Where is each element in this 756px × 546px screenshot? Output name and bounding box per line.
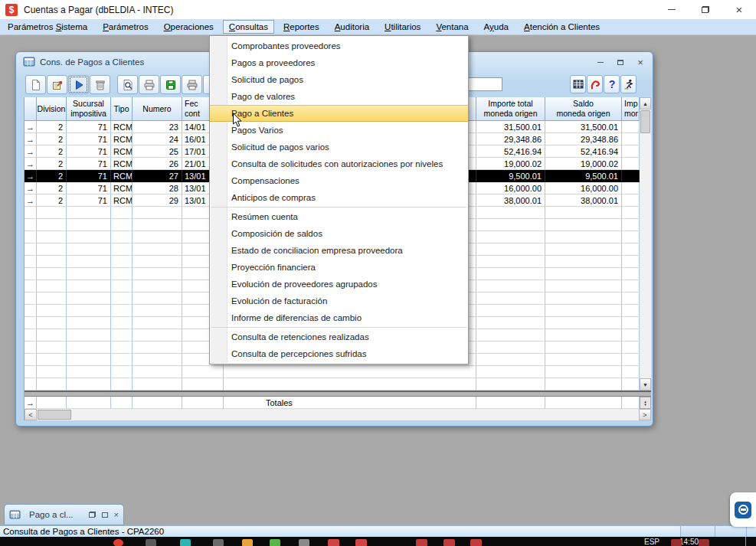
taskbar-icon[interactable] bbox=[328, 539, 339, 546]
cell-imp2 bbox=[622, 244, 640, 256]
dropdown-item-evolucion-de-facturacion[interactable]: Evolución de facturación bbox=[210, 293, 468, 309]
scroll-down-button[interactable]: ▼ bbox=[640, 378, 651, 391]
minimize-button[interactable] bbox=[655, 0, 689, 19]
menu-item-auditoria[interactable]: Auditoria bbox=[329, 20, 375, 34]
menu-item-parametros[interactable]: Parámetros bbox=[97, 20, 154, 34]
cell-sucursal bbox=[67, 293, 111, 305]
restore-button[interactable] bbox=[689, 0, 722, 19]
dropdown-item-comprobantes-proveedores[interactable]: Comprobantes proveedores bbox=[210, 38, 468, 54]
dropdown-item-pagos-a-proveedores[interactable]: Pagos a proveedores bbox=[210, 54, 468, 71]
taskbar-icon[interactable] bbox=[242, 539, 253, 546]
totals-spinner[interactable]: ▴▾ bbox=[640, 397, 651, 409]
print-setup-button[interactable] bbox=[182, 75, 202, 94]
scroll-right-button[interactable]: > bbox=[639, 409, 651, 420]
dropdown-item-consulta-de-retenciones-realizadas[interactable]: Consulta de retenciones realizadas bbox=[210, 329, 468, 345]
dropdown-item-consulta-de-solicitudes-con-autorizaciones-por-niveles[interactable]: Consulta de solicitudes con autorizacion… bbox=[210, 155, 468, 172]
context-help-button[interactable] bbox=[587, 75, 603, 93]
cell-saldo bbox=[545, 342, 622, 354]
dropdown-item-resumen-cuenta[interactable]: Resúmen cuenta bbox=[210, 208, 468, 225]
dropdown-item-solicitud-de-pagos[interactable]: Solicitud de pagos bbox=[210, 71, 468, 88]
menu-item-atencion-a-clientes[interactable]: Atención a Clientes bbox=[518, 20, 606, 34]
cell-saldo: 52,416.94 bbox=[545, 145, 622, 158]
column-header-saldo[interactable]: Saldomoneda origen bbox=[545, 97, 622, 121]
help-button[interactable]: ? bbox=[604, 75, 620, 93]
cell-numero bbox=[133, 366, 182, 378]
cell-saldo bbox=[545, 219, 622, 231]
taskbar[interactable]: ESP 14:50 bbox=[0, 537, 756, 546]
run-query-button[interactable] bbox=[68, 75, 89, 94]
minimized-window-pago[interactable]: Pago a cl... × bbox=[4, 504, 124, 525]
dropdown-item-compensaciones[interactable]: Compensaciones bbox=[210, 172, 468, 189]
horizontal-scroll-thumb[interactable] bbox=[38, 410, 71, 420]
menu-item-ayuda[interactable]: Ayuda bbox=[478, 20, 515, 34]
delete-button[interactable] bbox=[90, 75, 110, 94]
restore-icon[interactable] bbox=[89, 512, 96, 518]
dropdown-item-anticipos-de-compras[interactable]: Anticipos de compras bbox=[210, 189, 468, 206]
cell-tipo bbox=[111, 317, 133, 329]
child-minimize-button[interactable] bbox=[595, 57, 606, 67]
scroll-left-button[interactable]: < bbox=[25, 409, 37, 420]
print-button[interactable] bbox=[139, 75, 159, 94]
menu-item-ventana[interactable]: Ventana bbox=[430, 20, 474, 34]
column-header-sucursal[interactable]: Sucursalimpositiva bbox=[67, 97, 111, 121]
taskbar-icon[interactable] bbox=[299, 539, 309, 546]
close-button[interactable]: × bbox=[722, 0, 756, 19]
cell-division bbox=[37, 305, 67, 317]
preview-button[interactable] bbox=[117, 75, 138, 94]
taskbar-icon[interactable] bbox=[146, 539, 156, 546]
dropdown-item-pagos-varios[interactable]: Pagos Varios bbox=[210, 122, 468, 139]
taskbar-icon[interactable] bbox=[470, 539, 482, 546]
taskbar-icon[interactable] bbox=[180, 539, 191, 546]
menu-item-operaciones[interactable]: Operaciones bbox=[158, 20, 220, 34]
table-row-empty[interactable] bbox=[25, 378, 640, 391]
cell-tipo bbox=[111, 219, 133, 231]
side-panel-handle[interactable] bbox=[730, 492, 756, 527]
taskbar-icon[interactable] bbox=[113, 539, 123, 546]
dropdown-item-proyeccion-financiera[interactable]: Proyección financiera bbox=[210, 259, 468, 276]
dropdown-item-composicion-de-saldos[interactable]: Composición de saldos bbox=[210, 225, 468, 242]
cell-division bbox=[37, 293, 67, 305]
dropdown-item-pago-de-valores[interactable]: Pago de valores bbox=[210, 88, 468, 105]
menu-item-consultas[interactable]: Consultas bbox=[223, 20, 274, 34]
menu-item-reportes[interactable]: Reportes bbox=[277, 20, 326, 34]
taskbar-icon[interactable] bbox=[213, 539, 224, 546]
dropdown-item-estado-de-conciliacion-empresa-proveedora[interactable]: Estado de conciliacion empresa proveedor… bbox=[210, 242, 468, 259]
dropdown-item-consulta-de-percepciones-sufridas[interactable]: Consulta de percepciones sufridas bbox=[210, 345, 468, 362]
table-grid-button[interactable] bbox=[570, 75, 586, 93]
taskbar-icon[interactable] bbox=[699, 539, 709, 546]
taskbar-icon[interactable] bbox=[416, 539, 427, 546]
column-header-imp2[interactable]: Impmor bbox=[622, 97, 640, 121]
new-document-button[interactable] bbox=[25, 75, 46, 94]
grid-splitter[interactable] bbox=[25, 391, 651, 397]
taskbar-icon[interactable] bbox=[443, 539, 455, 546]
taskbar-icon[interactable] bbox=[355, 539, 367, 546]
dropdown-item-solicitud-de-pagos-varios[interactable]: Solicitud de pagos varios bbox=[210, 139, 468, 155]
exit-button[interactable] bbox=[620, 75, 637, 93]
maximize-icon[interactable] bbox=[102, 512, 108, 518]
svg-text:?: ? bbox=[608, 78, 615, 90]
scroll-up-button[interactable]: ▲ bbox=[640, 97, 651, 110]
column-header-numero[interactable]: Numero bbox=[133, 97, 182, 121]
child-close-button[interactable]: × bbox=[635, 57, 646, 67]
dropdown-item-informe-de-diferencias-de-cambio[interactable]: Informe de diferencias de cambio bbox=[210, 309, 468, 326]
menu-item-utilitarios[interactable]: Utilitarios bbox=[378, 20, 427, 34]
modify-record-button[interactable] bbox=[47, 75, 67, 94]
vertical-scroll-thumb[interactable] bbox=[640, 110, 650, 133]
column-header-division[interactable]: Division bbox=[37, 97, 67, 121]
taskbar-icon[interactable] bbox=[671, 539, 682, 546]
close-icon[interactable]: × bbox=[114, 511, 119, 519]
tray-clock[interactable]: 14:50 bbox=[679, 538, 699, 546]
column-header-sel[interactable] bbox=[25, 97, 37, 121]
tray-language[interactable]: ESP bbox=[644, 538, 659, 546]
totals-cell-imp2 bbox=[622, 397, 640, 409]
column-header-importe[interactable]: Importe totalmoneda origen bbox=[476, 97, 545, 121]
save-button[interactable] bbox=[160, 75, 181, 94]
dropdown-item-pago-a-clientes[interactable]: Pago a Clientes bbox=[210, 105, 468, 122]
child-maximize-button[interactable] bbox=[615, 57, 626, 67]
cell-importe: 38,000.01 bbox=[476, 195, 545, 207]
taskbar-icon[interactable] bbox=[270, 539, 280, 546]
table-row-empty[interactable] bbox=[25, 366, 640, 378]
dropdown-item-evolucion-de-proveedores-agrupados[interactable]: Evolución de proveedores agrupados bbox=[210, 276, 468, 293]
column-header-tipo[interactable]: Tipo bbox=[111, 97, 133, 121]
menu-item-parametros-sistema[interactable]: Parámetros Sistema bbox=[2, 20, 93, 34]
